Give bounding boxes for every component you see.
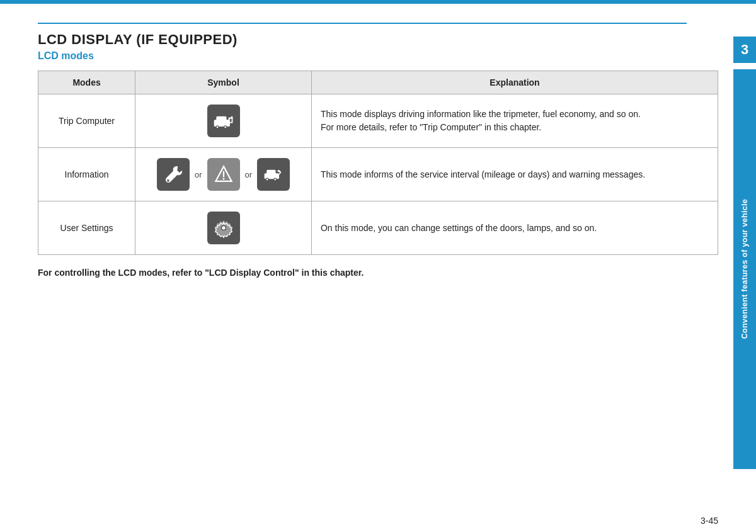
table-row: User Settings xyxy=(38,201,718,255)
col-header-modes: Modes xyxy=(38,71,135,94)
chapter-number-badge: 3 xyxy=(733,37,756,63)
explanation-info: This mode informs of the service interva… xyxy=(311,148,718,201)
content-body: LCD DISPLAY (IF EQUIPPED) LCD modes Mode… xyxy=(38,31,718,278)
footer-note: For controlling the LCD modes, refer to … xyxy=(38,268,718,278)
page-number: 3-45 xyxy=(701,516,718,526)
symbol-row-settings xyxy=(142,210,305,246)
car-service-icon-box xyxy=(257,158,290,191)
svg-rect-7 xyxy=(229,118,231,122)
explanation-trip: This mode displays driving information l… xyxy=(311,94,718,148)
top-decorative-line xyxy=(0,0,756,4)
warning-svg xyxy=(212,163,235,186)
col-header-explanation: Explanation xyxy=(311,71,718,94)
top-rule xyxy=(38,23,687,24)
symbol-row-trip xyxy=(142,103,305,139)
table-row: Information or xyxy=(38,148,718,201)
gear-icon-box xyxy=(207,212,240,244)
explanation-settings: On this mode, you can change settings of… xyxy=(311,201,718,255)
sidebar-label: Convenient features of your vehicle xyxy=(733,69,756,469)
mode-name-settings: User Settings xyxy=(38,201,135,255)
gear-svg xyxy=(212,217,235,239)
mode-name-trip: Trip Computer xyxy=(38,94,135,148)
main-content: LCD DISPLAY (IF EQUIPPED) LCD modes Mode… xyxy=(38,13,718,507)
symbol-cell-settings xyxy=(135,201,312,255)
table-header-row: Modes Symbol Explanation xyxy=(38,71,718,94)
mode-name-info: Information xyxy=(38,148,135,201)
svg-rect-9 xyxy=(231,116,232,119)
svg-point-3 xyxy=(216,127,218,128)
svg-point-13 xyxy=(222,178,224,180)
symbol-cell-info: or or xyxy=(135,148,312,201)
svg-point-23 xyxy=(222,226,225,229)
svg-point-19 xyxy=(274,179,276,181)
svg-point-10 xyxy=(167,179,169,182)
page-title: LCD DISPLAY (IF EQUIPPED) xyxy=(38,31,718,48)
symbol-row-info: or or xyxy=(142,157,305,192)
warning-icon-box xyxy=(207,158,240,191)
svg-point-5 xyxy=(224,127,226,128)
or-text-2: or xyxy=(245,170,253,179)
trip-computer-icon xyxy=(207,105,240,137)
car-service-svg xyxy=(262,163,285,186)
or-text-1: or xyxy=(195,170,202,179)
modes-table: Modes Symbol Explanation Trip Computer xyxy=(38,71,718,255)
col-header-symbol: Symbol xyxy=(135,71,312,94)
section-title: LCD modes xyxy=(38,50,718,62)
svg-rect-15 xyxy=(266,170,275,174)
svg-rect-1 xyxy=(216,116,226,121)
car-fuel-svg xyxy=(212,110,235,132)
svg-point-17 xyxy=(266,179,268,181)
table-row: Trip Computer xyxy=(38,94,718,148)
wrench-svg xyxy=(162,163,185,186)
wrench-icon-box xyxy=(157,158,190,191)
symbol-cell-trip xyxy=(135,94,312,148)
